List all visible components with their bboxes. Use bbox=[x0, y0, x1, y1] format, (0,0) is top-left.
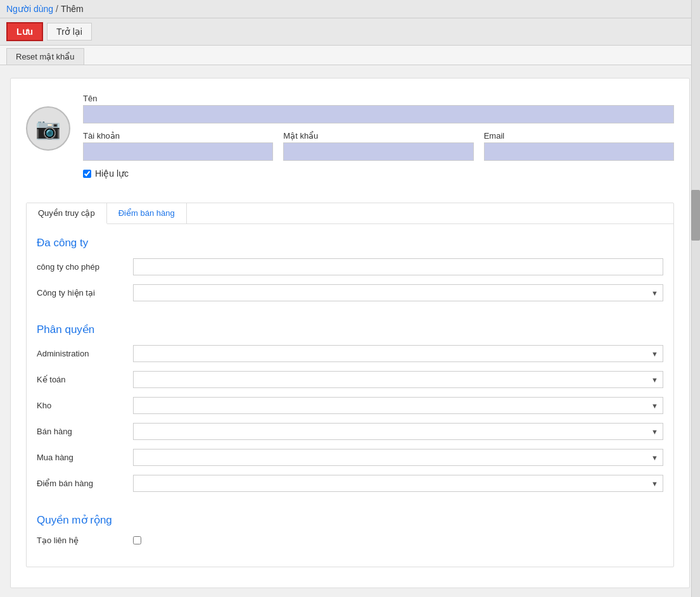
save-button[interactable]: Lưu bbox=[6, 22, 43, 41]
user-header: 📷 Tên Tài khoản Mật khẩu bbox=[26, 94, 674, 190]
form-card: 📷 Tên Tài khoản Mật khẩu bbox=[10, 78, 690, 588]
kho-row: Kho ▼ bbox=[37, 397, 663, 414]
tao-lien-he-row: Tạo liên hệ bbox=[37, 536, 663, 545]
tabs-content: Đa công ty công ty cho phép Công ty hiện… bbox=[27, 224, 673, 567]
avatar: 📷 bbox=[26, 106, 70, 151]
kho-label: Kho bbox=[37, 401, 125, 410]
ban-hang-label: Bán hàng bbox=[37, 427, 125, 436]
ke-toan-row: Kế toán ▼ bbox=[37, 371, 663, 388]
tab-quyen-truy-cap[interactable]: Quyền truy cập bbox=[27, 203, 107, 224]
ke-toan-select[interactable] bbox=[133, 371, 663, 388]
ban-hang-select[interactable] bbox=[133, 423, 663, 440]
mua-hang-select-wrapper: ▼ bbox=[133, 449, 663, 466]
tao-lien-he-checkbox[interactable] bbox=[133, 536, 141, 544]
breadcrumb: Người dùng / Thêm bbox=[6, 4, 84, 14]
kho-select[interactable] bbox=[133, 397, 663, 414]
diem-ban-hang-row: Điểm bán hàng ▼ bbox=[37, 475, 663, 492]
administration-select[interactable] bbox=[133, 345, 663, 362]
cong-ty-hien-tai-select[interactable] bbox=[133, 284, 663, 301]
mat-khau-field-group: Mật khẩu bbox=[283, 131, 473, 161]
main-content: 📷 Tên Tài khoản Mật khẩu bbox=[0, 65, 700, 597]
mua-hang-select[interactable] bbox=[133, 449, 663, 466]
diem-ban-hang-select[interactable] bbox=[133, 475, 663, 492]
hieu-luc-row: Hiệu lực bbox=[83, 168, 674, 179]
cong-ty-hien-tai-row: Công ty hiện tại ▼ bbox=[37, 284, 663, 301]
tai-khoan-label: Tài khoản bbox=[83, 131, 273, 141]
diem-ban-hang-select-wrapper: ▼ bbox=[133, 475, 663, 492]
mua-hang-row: Mua hàng ▼ bbox=[37, 449, 663, 466]
mat-khau-input[interactable] bbox=[283, 142, 473, 161]
mat-khau-label: Mật khẩu bbox=[283, 131, 473, 141]
hieu-luc-label[interactable]: Hiệu lực bbox=[95, 168, 129, 179]
tabs-header: Quyền truy cập Điểm bán hàng bbox=[27, 203, 673, 224]
fields-section: Tên Tài khoản Mật khẩu Email bbox=[83, 94, 674, 190]
ban-hang-select-wrapper: ▼ bbox=[133, 423, 663, 440]
ten-input[interactable] bbox=[83, 105, 674, 123]
administration-select-wrapper: ▼ bbox=[133, 345, 663, 362]
administration-row: Administration ▼ bbox=[37, 345, 663, 362]
email-field-group: Email bbox=[484, 131, 674, 161]
cong-ty-hien-tai-label: Công ty hiện tại bbox=[37, 288, 125, 298]
scrollbar-thumb[interactable] bbox=[691, 190, 700, 241]
top-bar: Người dùng / Thêm bbox=[0, 0, 700, 18]
tab-diem-ban-hang[interactable]: Điểm bán hàng bbox=[107, 203, 187, 223]
da-cong-ty-title: Đa công ty bbox=[37, 237, 663, 249]
back-button[interactable]: Trở lại bbox=[47, 23, 92, 41]
breadcrumb-current: Thêm bbox=[61, 4, 84, 14]
cong-ty-cho-phep-label: công ty cho phép bbox=[37, 262, 125, 272]
tai-khoan-input[interactable] bbox=[83, 142, 273, 161]
tabs-section: Quyền truy cập Điểm bán hàng Đa công ty … bbox=[26, 203, 674, 567]
three-col: Tài khoản Mật khẩu Email bbox=[83, 131, 674, 161]
action-bar: Lưu Trở lại bbox=[0, 18, 700, 46]
cong-ty-cho-phep-row: công ty cho phép bbox=[37, 258, 663, 275]
email-label: Email bbox=[484, 131, 674, 141]
scrollbar[interactable] bbox=[691, 0, 700, 597]
mua-hang-label: Mua hàng bbox=[37, 453, 125, 462]
kho-select-wrapper: ▼ bbox=[133, 397, 663, 414]
ten-field-group: Tên bbox=[83, 94, 674, 123]
tab-bar: Reset mật khẩu bbox=[0, 46, 700, 65]
cong-ty-cho-phep-input[interactable] bbox=[133, 258, 663, 275]
reset-password-tab[interactable]: Reset mật khẩu bbox=[6, 48, 84, 65]
tai-khoan-field-group: Tài khoản bbox=[83, 131, 273, 161]
ke-toan-label: Kế toán bbox=[37, 375, 125, 384]
tao-lien-he-label: Tạo liên hệ bbox=[37, 536, 125, 545]
camera-icon: 📷 bbox=[35, 116, 61, 141]
breadcrumb-link[interactable]: Người dùng bbox=[6, 4, 53, 14]
phan-quyen-title: Phân quyền bbox=[37, 323, 663, 336]
diem-ban-hang-label: Điểm bán hàng bbox=[37, 479, 125, 488]
administration-label: Administration bbox=[37, 349, 125, 358]
email-input[interactable] bbox=[484, 142, 674, 161]
ten-label: Tên bbox=[83, 94, 674, 103]
hieu-luc-checkbox[interactable] bbox=[83, 170, 91, 178]
ban-hang-row: Bán hàng ▼ bbox=[37, 423, 663, 440]
ke-toan-select-wrapper: ▼ bbox=[133, 371, 663, 388]
breadcrumb-separator: / bbox=[56, 4, 58, 14]
cong-ty-hien-tai-select-wrapper: ▼ bbox=[133, 284, 663, 301]
quyen-mo-rong-title: Quyền mở rộng bbox=[37, 513, 663, 527]
